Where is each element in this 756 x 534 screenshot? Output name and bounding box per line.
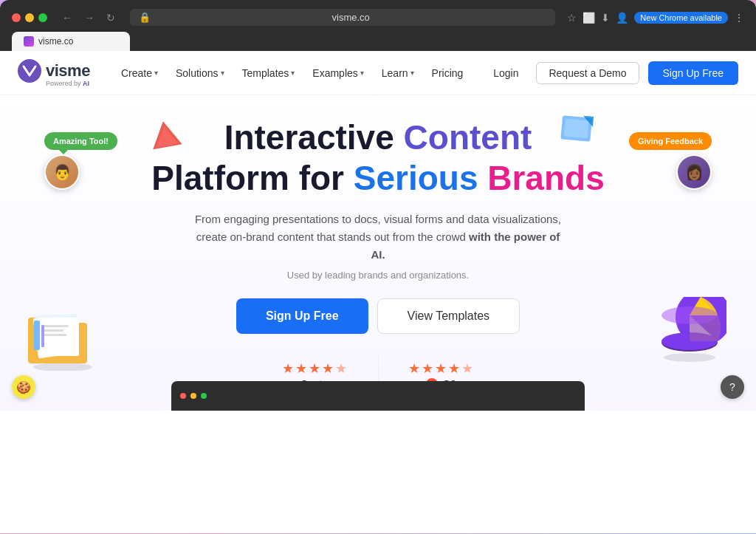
nav-item-learn[interactable]: Learn ▾ — [374, 63, 422, 83]
nav-item-pricing[interactable]: Pricing — [425, 63, 471, 83]
browser-nav: ← → ↻ — [59, 10, 118, 25]
address-bar[interactable]: 🔒 visme.co — [130, 9, 555, 26]
floating-shape-left — [144, 114, 188, 163]
close-button[interactable] — [12, 13, 21, 22]
url-text: visme.co — [155, 12, 546, 23]
lock-icon: 🔒 — [139, 12, 151, 23]
nav-item-create[interactable]: Create ▾ — [114, 63, 165, 83]
logo-area: visme Powered by AI — [18, 59, 90, 87]
folder-illustration — [22, 304, 103, 374]
svg-rect-14 — [43, 334, 66, 336]
new-chrome-badge: New Chrome available — [634, 12, 728, 24]
signup-button[interactable]: Sign Up Free — [648, 61, 738, 85]
hero-signup-button[interactable]: Sign Up Free — [236, 298, 368, 334]
svg-rect-4 — [564, 119, 589, 139]
browser-chrome: ← → ↻ 🔒 visme.co ☆ ⬜ ⬇ 👤 New Chrome avai… — [0, 0, 756, 51]
preview-dot-yellow — [190, 393, 196, 399]
back-button[interactable]: ← — [59, 10, 75, 25]
title-serious: Serious — [354, 159, 488, 197]
avatar-male: 👨 — [44, 154, 80, 190]
logo-text: visme — [46, 61, 90, 81]
float-left-person: Amazing Tool! 👨 — [44, 132, 117, 190]
svg-point-20 — [662, 307, 718, 324]
reload-button[interactable]: ↻ — [103, 10, 118, 25]
giving-feedback-bubble: Giving Feedback — [629, 132, 712, 150]
nav-item-solutions[interactable]: Solutions ▾ — [168, 63, 232, 83]
title-content: Content — [404, 118, 532, 157]
nav-actions: Login Request a Demo Sign Up Free — [484, 61, 738, 85]
svg-rect-13 — [43, 329, 63, 332]
traffic-lights — [12, 13, 47, 22]
navbar: visme Powered by AI Create ▾ Solutions ▾… — [0, 51, 756, 95]
nav-item-templates[interactable]: Templates ▾ — [235, 63, 303, 83]
share-icon[interactable]: ⬜ — [583, 12, 595, 24]
floating-shape-right — [557, 112, 596, 156]
hero-subtitle: From engaging presentations to docs, vis… — [193, 210, 563, 264]
tab-title: visme.co — [38, 36, 73, 47]
g2-stars: ★★★★★ — [408, 360, 475, 377]
hero-used-by: Used by leading brands and organizations… — [15, 270, 741, 281]
avatar-female: 👩🏾 — [676, 154, 712, 190]
capterra-stars: ★★★★★ — [282, 360, 348, 377]
chevron-down-icon: ▾ — [221, 69, 224, 77]
svg-point-17 — [664, 353, 715, 362]
browser-actions: ☆ ⬜ ⬇ 👤 New Chrome available ⋮ — [567, 12, 744, 24]
svg-rect-12 — [43, 325, 69, 327]
visme-logo-icon — [18, 59, 41, 83]
preview-dot-red — [180, 393, 186, 399]
login-button[interactable]: Login — [484, 63, 527, 83]
menu-icon[interactable]: ⋮ — [734, 12, 744, 24]
browser-tabs: visme.co — [0, 32, 756, 51]
title-interactive: Interactive — [224, 118, 404, 157]
active-tab[interactable]: visme.co — [12, 32, 130, 51]
amazing-tool-bubble: Amazing Tool! — [44, 132, 117, 150]
maximize-button[interactable] — [38, 13, 47, 22]
website-content: visme Powered by AI Create ▾ Solutions ▾… — [0, 51, 756, 533]
svg-rect-16 — [41, 325, 44, 347]
download-icon[interactable]: ⬇ — [601, 12, 610, 24]
profile-icon[interactable]: 👤 — [616, 12, 628, 24]
star-icon[interactable]: ☆ — [567, 12, 577, 24]
tab-favicon — [24, 36, 34, 47]
svg-rect-15 — [34, 321, 40, 350]
float-right-person: Giving Feedback 👩🏾 — [629, 132, 712, 190]
hero-buttons: Sign Up Free View Templates — [15, 298, 741, 334]
pie-chart-illustration — [653, 297, 726, 366]
nav-item-examples[interactable]: Examples ▾ — [305, 63, 371, 83]
bottom-preview-bar — [171, 381, 585, 411]
request-demo-button[interactable]: Request a Demo — [536, 62, 639, 84]
title-platform: Platform for — [151, 159, 353, 197]
chevron-down-icon: ▾ — [410, 69, 414, 77]
chevron-down-icon: ▾ — [291, 69, 295, 77]
forward-button[interactable]: → — [81, 10, 97, 25]
hero-section: Amazing Tool! 👨 Giving Feedback 👩🏾 Inter… — [0, 95, 756, 411]
minimize-button[interactable] — [25, 13, 34, 22]
svg-point-6 — [33, 363, 92, 371]
svg-rect-11 — [38, 318, 79, 356]
chevron-down-icon: ▾ — [154, 69, 158, 77]
browser-titlebar: ← → ↻ 🔒 visme.co ☆ ⬜ ⬇ 👤 New Chrome avai… — [0, 9, 756, 32]
hero-templates-button[interactable]: View Templates — [377, 298, 520, 334]
nav-links: Create ▾ Solutions ▾ Templates ▾ Example… — [114, 63, 484, 83]
powered-by-label: Powered by AI — [46, 80, 90, 87]
title-brands: Brands — [487, 159, 604, 197]
chevron-down-icon: ▾ — [360, 69, 364, 77]
preview-dot-green — [201, 393, 207, 399]
svg-point-0 — [18, 59, 41, 83]
